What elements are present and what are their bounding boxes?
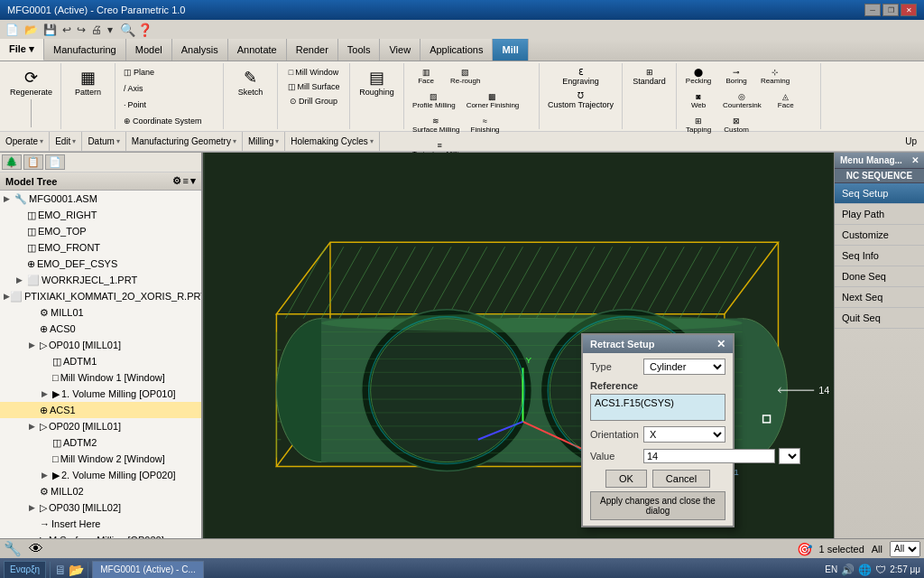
regenerate-btn[interactable]: ⟳ Regenerate [5, 65, 57, 99]
save-btn[interactable]: 💾 [42, 23, 59, 37]
retract-close-btn[interactable]: ✕ [716, 338, 725, 350]
ok-button[interactable]: OK [605, 470, 647, 488]
pecking-btn[interactable]: ⬤Pecking [680, 65, 716, 88]
tree-item-4[interactable]: ⊕EMO_DEF_CSYS [0, 256, 201, 272]
strip-mfg-geo[interactable]: Manufacturing Geometry ▾ [126, 132, 243, 151]
tab-mill[interactable]: Mill [493, 39, 528, 61]
taskbar-icon-2[interactable]: 📂 [69, 563, 84, 577]
tab-manufacturing[interactable]: Manufacturing [44, 39, 126, 61]
view-mode-icon[interactable]: 👁 [29, 541, 43, 557]
restore-btn[interactable]: ❐ [882, 4, 899, 16]
tapping-btn[interactable]: ⊞Tapping [680, 114, 716, 136]
help-btn[interactable]: ❓ [137, 23, 152, 37]
standard-btn[interactable]: ⊞ Standard [628, 65, 670, 89]
qa-arrow[interactable]: ▾ [106, 23, 115, 37]
point-btn[interactable]: · Point [119, 98, 207, 112]
tree-expand-0[interactable]: ▶ [4, 194, 14, 203]
tree-item-13[interactable]: ⊕ACS1 [0, 402, 201, 418]
tree-item-21[interactable]: ▶M Surface Milling [OP030] [0, 532, 201, 538]
feature-indicator-icon[interactable]: 🎯 [797, 542, 812, 556]
layer-icon[interactable]: 📋 [23, 154, 43, 170]
detail-icon[interactable]: 📄 [45, 154, 65, 170]
next-seq-btn[interactable]: Next Seq [835, 287, 924, 308]
tree-expand-9[interactable]: ▶ [29, 340, 40, 350]
apply-btn[interactable]: Apply changes and close the dialog [590, 491, 725, 520]
tree-item-5[interactable]: ▶⬜WORKRJECL_1.PRT [0, 272, 201, 288]
face-hole-btn[interactable]: ◬Face [768, 89, 804, 112]
drill-group-btn[interactable]: ⊙Drill Group [285, 94, 342, 108]
tab-annotate[interactable]: Annotate [228, 39, 287, 61]
tree-arrow-icon[interactable]: ▾ [190, 175, 196, 187]
cancel-button[interactable]: Cancel [652, 470, 710, 488]
tab-applications[interactable]: Applications [420, 39, 493, 61]
pattern-btn[interactable]: ▦ Pattern [70, 65, 106, 99]
tree-item-7[interactable]: ⚙MILL01 [0, 304, 201, 321]
close-btn[interactable]: ✕ [901, 4, 917, 16]
tab-tools[interactable]: Tools [338, 39, 381, 61]
tree-item-18[interactable]: ⚙MILL02 [0, 483, 201, 499]
tree-item-9[interactable]: ▶▷OP010 [MILL01] [0, 337, 201, 353]
search-btn[interactable]: 🔍 [120, 23, 135, 37]
start-button[interactable]: Εναρξη [4, 561, 46, 579]
rerough-btn[interactable]: ▧Re-rough [446, 65, 485, 88]
coord-btn[interactable]: ⊕ Coordinate System [119, 114, 207, 128]
tab-render[interactable]: Render [287, 39, 338, 61]
tab-file[interactable]: File ▾ [0, 39, 44, 61]
reaming-btn[interactable]: ⊹Reaming [756, 65, 794, 88]
value-unit-select[interactable]: ▾ [779, 448, 800, 464]
tree-item-14[interactable]: ▶▷OP020 [MILL01] [0, 418, 201, 434]
model-mode-icon[interactable]: 🔧 [4, 540, 22, 557]
tree-expand-5[interactable]: ▶ [16, 275, 27, 284]
active-window-btn[interactable]: MFG0001 (Active) - C... [92, 561, 204, 579]
face-btn[interactable]: ▥Face [408, 65, 444, 88]
strip-milling[interactable]: Milling ▾ [243, 132, 285, 151]
customize-btn[interactable]: Customize [835, 225, 924, 246]
redo-btn[interactable]: ↪ [75, 23, 88, 37]
sys-tray-icon-3[interactable]: 🛡 [875, 564, 886, 576]
open-btn[interactable]: 📂 [23, 23, 40, 37]
type-select[interactable]: Cylinder Plane Sphere None [643, 359, 725, 375]
axis-btn[interactable]: / Axis [119, 81, 207, 96]
value-input[interactable] [643, 449, 775, 463]
web-btn[interactable]: ◙Web [680, 89, 716, 112]
tree-item-0[interactable]: ▶🔧MFG0001.ASM [0, 191, 201, 207]
boring-btn[interactable]: ⊸Boring [718, 65, 754, 88]
custom-btn[interactable]: ⊠Custom [718, 114, 754, 136]
print-btn[interactable]: 🖨 [89, 23, 104, 37]
tree-item-8[interactable]: ⊕ACS0 [0, 321, 201, 337]
strip-holemaking[interactable]: Holemaking Cycles ▾ [285, 132, 380, 151]
tree-item-11[interactable]: □Mill Window 1 [Window] [0, 369, 201, 386]
roughing-btn[interactable]: ▤ Roughing [355, 65, 399, 99]
undo-btn[interactable]: ↩ [60, 23, 73, 37]
play-path-btn[interactable]: Play Path [835, 204, 924, 225]
tree-item-6[interactable]: ▶⬜PTIXIAKI_KOMMATI_2O_XORIS_R.PRT [0, 288, 201, 304]
tree-view-icon[interactable]: 🌲 [2, 154, 22, 170]
profile-btn[interactable]: ▨Profile Milling [408, 89, 460, 112]
sketch-btn[interactable]: ✎ Sketch [233, 65, 269, 99]
tree-settings-icon[interactable]: ⚙ [172, 175, 181, 187]
tree-expand-all-icon[interactable]: ≡ [183, 175, 189, 187]
strip-operate[interactable]: Operate ▾ [0, 132, 50, 151]
tree-expand-6[interactable]: ▶ [4, 292, 10, 301]
nc-close-btn[interactable]: ✕ [911, 155, 919, 165]
strip-datum[interactable]: Datum ▾ [82, 132, 125, 151]
tree-item-15[interactable]: ◫ADTM2 [0, 434, 201, 451]
sys-tray-icon-2[interactable]: 🌐 [858, 564, 872, 576]
tab-analysis[interactable]: Analysis [172, 39, 228, 61]
sys-tray-icon-1[interactable]: 🔊 [841, 564, 855, 576]
seq-info-btn[interactable]: Seq Info [835, 246, 924, 266]
tree-item-16[interactable]: □Mill Window 2 [Window] [0, 451, 201, 467]
viewport[interactable]: ⊡ 🔍+ 🔍- ⊞ ✥ ↺ ⊟ ◈ △ ▽ ◁ ▷ [203, 153, 834, 538]
tree-expand-14[interactable]: ▶ [29, 422, 40, 431]
tab-view[interactable]: View [380, 39, 420, 61]
strip-edit[interactable]: Edit ▾ [50, 132, 82, 151]
custom-traj-btn[interactable]: ƱCustom Trajectory [543, 89, 618, 112]
countersink-btn[interactable]: ◎Countersink [718, 89, 766, 112]
tree-expand-19[interactable]: ▶ [29, 503, 40, 512]
up-btn[interactable]: Up [898, 136, 924, 146]
minimize-btn[interactable]: ─ [864, 4, 881, 16]
tree-item-17[interactable]: ▶▶2. Volume Milling [OP020] [0, 467, 201, 483]
mill-window-btn[interactable]: □Mill Window [284, 65, 343, 79]
tree-item-3[interactable]: ◫EMO_FRONT [0, 239, 201, 256]
tab-model[interactable]: Model [126, 39, 172, 61]
